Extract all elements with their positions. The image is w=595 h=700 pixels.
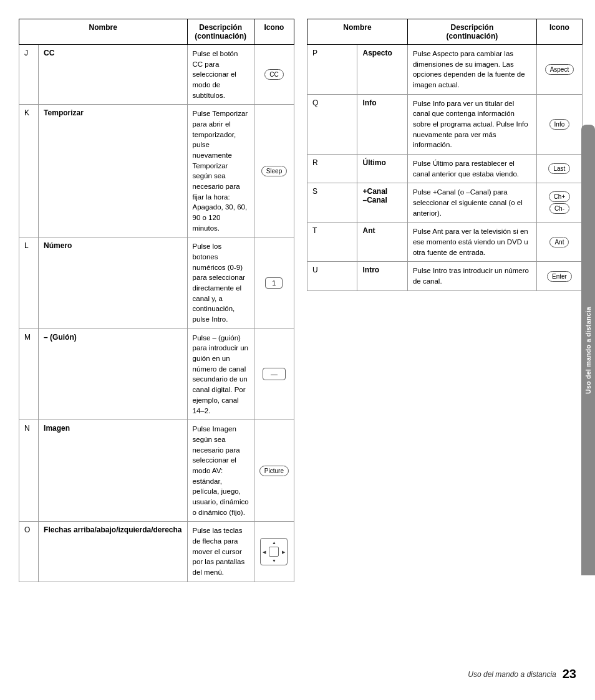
icon-number: 1 [265, 277, 283, 289]
table-row-name: Temporizar [39, 105, 187, 237]
arrow-right-icon: ▶ [282, 549, 285, 554]
table-row-name: – (Guión) [39, 328, 187, 420]
table-row-icon: Picture [254, 420, 294, 522]
table-row-name: Último [357, 155, 407, 183]
table-row-letter: M [19, 328, 39, 420]
table-row-desc: Pulse Ant para ver la televisión si en e… [407, 223, 536, 262]
table-row-name: Aspecto [357, 45, 407, 95]
table-row-icon: Aspect [536, 45, 582, 95]
table-row-icon: Info [536, 94, 582, 154]
icon-info: Info [549, 119, 570, 130]
table-row-letter: P [307, 45, 357, 95]
right-header-desc: Descripción(continuación) [407, 19, 536, 45]
icon-aspect: Aspect [545, 64, 574, 75]
side-tab-container: Uso del mando a distancia [581, 125, 595, 575]
table-row-letter: U [307, 262, 357, 290]
table-row-letter: O [19, 522, 39, 582]
table-row-desc: Pulse Info para ver un titular del canal… [407, 94, 536, 154]
table-row-name: +Canal–Canal [357, 183, 407, 223]
page-number: 23 [563, 667, 576, 681]
table-row-name: Número [39, 237, 187, 328]
table-row-desc: Pulse – (guión) para introducir un guión… [187, 328, 254, 420]
table-row-name: CC [39, 45, 187, 105]
left-header-nombre: Nombre [19, 19, 188, 45]
table-row-icon: CC [254, 45, 294, 105]
table-row-desc: Pulse Imagen según sea necesario para se… [187, 420, 254, 522]
table-row-name: Info [357, 94, 407, 154]
table-row-name: Ant [357, 223, 407, 262]
table-row-desc: Pulse +Canal (o –Canal) para seleccionar… [407, 183, 536, 223]
icon-ch-stack: Ch+ Ch- [542, 191, 577, 214]
table-row-name: Imagen [39, 420, 187, 522]
footer-text: Uso del mando a distancia [468, 670, 556, 679]
table-row-letter: S [307, 183, 357, 223]
icon-sleep: Sleep [261, 166, 288, 176]
table-row-letter: Q [307, 94, 357, 154]
icon-arrows: ▲ ▼ ◀ ▶ [260, 538, 288, 565]
icon-enter: Enter [547, 271, 572, 282]
left-header-desc: Descripción(continuación) [187, 19, 254, 45]
table-row-desc: Pulse los botones numéricos (0-9) para s… [187, 237, 254, 328]
table-row-desc: Pulse Último para restablecer el canal a… [407, 155, 536, 183]
right-header-icono: Icono [536, 19, 582, 45]
table-row-icon: Ant [536, 223, 582, 262]
table-row-letter: J [19, 45, 39, 105]
icon-ch-minus: Ch- [549, 203, 569, 214]
table-row-letter: T [307, 223, 357, 262]
side-tab-text: Uso del mando a distancia [584, 307, 592, 394]
arrow-left-icon: ◀ [263, 549, 266, 554]
table-row-desc: Pulse el botón CC para seleccionar el mo… [187, 45, 254, 105]
icon-dash: — [263, 368, 286, 380]
table-row-letter: N [19, 420, 39, 522]
left-table: Nombre Descripción(continuación) Icono J… [19, 19, 294, 582]
table-row-icon: ▲ ▼ ◀ ▶ [254, 522, 294, 582]
table-row-icon: Enter [536, 262, 582, 290]
side-tab: Uso del mando a distancia [581, 125, 595, 575]
icon-cc: CC [264, 69, 283, 80]
table-row-icon: — [254, 328, 294, 420]
table-row-name: Intro [357, 262, 407, 290]
icon-ant: Ant [549, 237, 569, 247]
page-footer: Uso del mando a distancia 23 [468, 667, 576, 681]
table-row-icon: Last [536, 155, 582, 183]
arrow-up-icon: ▲ [272, 540, 276, 545]
table-row-letter: R [307, 155, 357, 183]
table-row-letter: K [19, 105, 39, 237]
table-row-desc: Pulse Intro tras introducir un número de… [407, 262, 536, 290]
icon-ch-plus: Ch+ [549, 191, 571, 202]
table-row-name: Flechas arriba/abajo/izquierda/derecha [39, 522, 187, 582]
icon-picture: Picture [259, 466, 289, 476]
table-row-desc: Pulse Aspecto para cambiar las dimension… [407, 45, 536, 95]
arrow-down-icon: ▼ [272, 559, 276, 563]
right-header-nombre: Nombre [307, 19, 408, 45]
left-header-icono: Icono [254, 19, 294, 45]
icon-last: Last [548, 163, 570, 174]
table-row-desc: Pulse Temporizar para abrir el temporiza… [187, 105, 254, 237]
right-table: Nombre Descripción(continuación) Icono P… [307, 19, 583, 582]
table-row-icon: Ch+ Ch- [536, 183, 582, 223]
table-row-letter: L [19, 237, 39, 328]
table-row-desc: Pulse las teclas de flecha para mover el… [187, 522, 254, 582]
table-row-icon: 1 [254, 237, 294, 328]
table-row-icon: Sleep [254, 105, 294, 237]
